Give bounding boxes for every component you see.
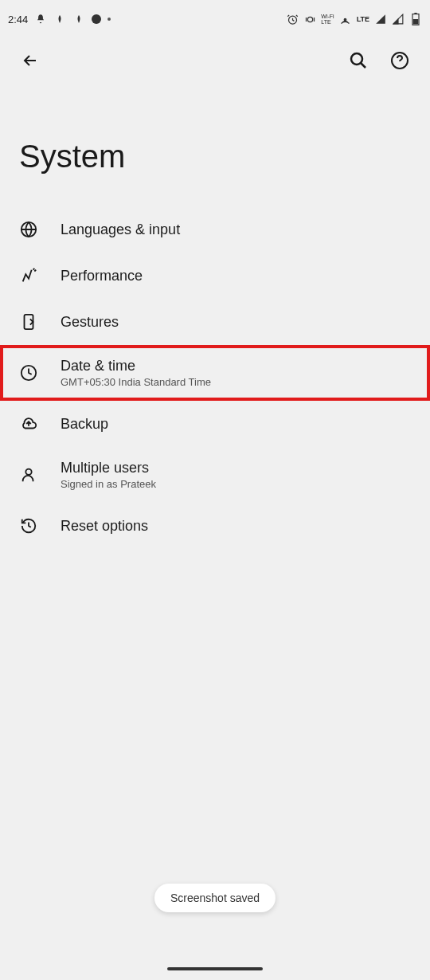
settings-item-gestures[interactable]: Gestures (0, 299, 430, 345)
svg-point-1 (307, 17, 312, 22)
globe-icon (19, 220, 38, 239)
svg-point-11 (25, 469, 31, 475)
cloud-icon (19, 414, 38, 433)
settings-item-date-time[interactable]: Date & time GMT+05:30 India Standard Tim… (0, 345, 430, 401)
status-left: 2:44 (8, 13, 111, 25)
notification-more-icon (108, 18, 111, 21)
notification-icon-1 (34, 13, 47, 25)
battery-icon (409, 13, 422, 25)
page-title: System (0, 83, 430, 206)
search-button[interactable] (342, 45, 374, 76)
settings-list: Languages & input Performance Gestures D… (0, 206, 430, 549)
toast-text: Screenshot saved (170, 892, 260, 904)
navigation-bar[interactable] (167, 967, 263, 970)
item-label: Reset options (61, 518, 148, 535)
reset-icon (19, 516, 38, 535)
notification-icon-4 (92, 14, 101, 24)
settings-item-languages[interactable]: Languages & input (0, 206, 430, 253)
wifi-label-icon: Wi-FiLTE (321, 14, 334, 25)
svg-rect-9 (25, 315, 33, 329)
item-label: Gestures (61, 314, 119, 331)
gestures-icon (19, 312, 38, 331)
notification-icon-2 (53, 13, 66, 25)
performance-icon (19, 266, 38, 285)
settings-item-performance[interactable]: Performance (0, 253, 430, 299)
item-label: Performance (61, 268, 143, 284)
signal-icon-1 (374, 13, 387, 25)
help-button[interactable] (384, 45, 416, 76)
status-right: Wi-FiLTE LTE (286, 13, 422, 25)
hotspot-icon (339, 13, 352, 25)
status-bar: 2:44 Wi-FiLTE LTE (0, 0, 430, 38)
alarm-icon (286, 13, 299, 25)
settings-item-reset[interactable]: Reset options (0, 503, 430, 549)
item-label: Languages & input (61, 221, 180, 238)
svg-rect-4 (414, 13, 416, 14)
status-time: 2:44 (8, 14, 28, 25)
item-sub: GMT+05:30 India Standard Time (61, 376, 211, 388)
person-icon (19, 465, 38, 484)
app-bar (0, 38, 430, 83)
back-button[interactable] (14, 45, 46, 76)
signal-icon-2 (392, 13, 405, 25)
lte-indicator: LTE (357, 15, 369, 23)
settings-item-backup[interactable]: Backup (0, 401, 430, 447)
svg-rect-5 (413, 19, 418, 24)
item-sub: Signed in as Prateek (61, 478, 156, 490)
item-label: Date & time (61, 358, 211, 374)
vibrate-icon (303, 13, 316, 25)
notification-icon-3 (72, 13, 85, 25)
clock-icon (19, 363, 38, 382)
svg-point-2 (344, 18, 346, 21)
item-label: Backup (61, 416, 108, 433)
svg-point-6 (351, 53, 362, 65)
item-label: Multiple users (61, 460, 156, 476)
toast-notification[interactable]: Screenshot saved (154, 884, 276, 912)
settings-item-multiple-users[interactable]: Multiple users Signed in as Prateek (0, 447, 430, 503)
